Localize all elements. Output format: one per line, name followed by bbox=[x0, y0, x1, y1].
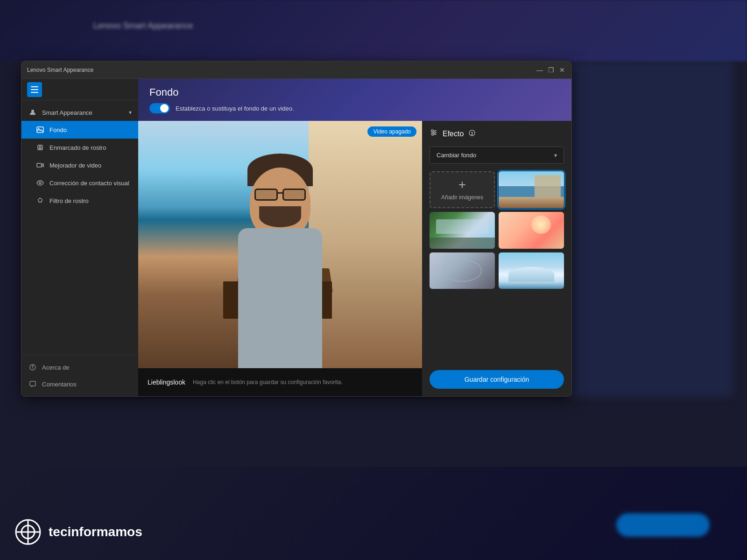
sidebar: Smart Appearance ▾ Fondo bbox=[21, 79, 138, 396]
video-hint: Haga clic en el botón para guardar su co… bbox=[193, 379, 343, 385]
brand-area: tecinformamos bbox=[14, 518, 142, 546]
acerca-label: Acerca de bbox=[42, 364, 70, 371]
window-body: Smart Appearance ▾ Fondo bbox=[21, 79, 571, 396]
sidebar-item-smart-appearance[interactable]: Smart Appearance ▾ bbox=[21, 104, 138, 121]
beard bbox=[259, 206, 301, 227]
video-name: Lieblingslook bbox=[148, 378, 185, 386]
save-config-button[interactable]: Guardar configuración bbox=[430, 370, 564, 389]
brand-logo bbox=[14, 518, 42, 546]
minimize-button[interactable]: — bbox=[536, 66, 543, 74]
background-toggle[interactable] bbox=[149, 103, 170, 113]
video-container: Video apagado bbox=[138, 121, 422, 368]
svg-point-19 bbox=[472, 134, 473, 135]
top-blurred-text: Lenovo Smart Appearance bbox=[93, 21, 193, 31]
background-thumb-tech[interactable] bbox=[430, 252, 495, 289]
eye-icon bbox=[35, 178, 45, 188]
effect-title: Efecto bbox=[443, 130, 464, 138]
comment-icon bbox=[28, 379, 37, 389]
glasses-left bbox=[254, 189, 278, 201]
kitchen-preview bbox=[499, 171, 564, 208]
sidebar-item-mejorador[interactable]: Mejorador de video bbox=[21, 156, 138, 174]
window-title: Lenovo Smart Appearance bbox=[27, 67, 536, 73]
glasses-right bbox=[282, 189, 306, 201]
svg-point-15 bbox=[431, 130, 433, 132]
sidebar-item-comentarios[interactable]: Comentarios bbox=[21, 376, 138, 392]
person-head bbox=[250, 168, 310, 238]
right-panel: Efecto Cambiar fondo ▾ bbox=[422, 121, 571, 396]
page-title: Fondo bbox=[149, 86, 560, 98]
main-content: Fondo Establezca o sustituya el fondo de… bbox=[138, 79, 571, 396]
svg-point-7 bbox=[38, 198, 42, 202]
svg-point-6 bbox=[39, 182, 41, 184]
smart-appearance-label: Smart Appearance bbox=[42, 109, 129, 116]
hamburger-icon bbox=[31, 86, 38, 93]
glasses bbox=[252, 189, 308, 203]
svg-point-4 bbox=[39, 146, 41, 148]
sidebar-footer: Acerca de Comentarios bbox=[21, 355, 138, 396]
video-enhance-icon bbox=[35, 161, 45, 170]
sidebar-item-correccion[interactable]: Corrección de contacto visual bbox=[21, 174, 138, 192]
main-window: Lenovo Smart Appearance — ❐ ✕ bbox=[21, 61, 572, 397]
chevron-icon: ▾ bbox=[129, 109, 132, 116]
filtro-label: Filtro de rostro bbox=[49, 197, 89, 204]
video-footer: Lieblingslook Haga clic en el botón para… bbox=[138, 368, 422, 396]
background-thumb-mountain[interactable] bbox=[499, 252, 564, 289]
bottom-right-blur bbox=[616, 513, 710, 537]
title-bar: Lenovo Smart Appearance — ❐ ✕ bbox=[21, 61, 571, 79]
sidebar-nav: Smart Appearance ▾ Fondo bbox=[21, 100, 138, 355]
background-thumb-kitchen[interactable] bbox=[499, 171, 564, 208]
image-icon bbox=[35, 125, 45, 134]
filter-icon bbox=[35, 196, 45, 205]
svg-rect-5 bbox=[37, 163, 42, 167]
fondo-label: Fondo bbox=[49, 126, 67, 133]
sidebar-item-acerca[interactable]: Acerca de bbox=[21, 359, 138, 376]
toggle-thumb bbox=[160, 104, 169, 112]
person-body bbox=[238, 228, 322, 368]
background-thumb-office[interactable] bbox=[430, 212, 495, 249]
content-header: Fondo Establezca o sustituya el fondo de… bbox=[138, 79, 571, 121]
toggle-row: Establezca o sustituya el fondo de un vi… bbox=[149, 103, 560, 113]
face-frame-icon bbox=[35, 143, 45, 152]
sidebar-header bbox=[21, 79, 138, 100]
background-thumb-fantasy[interactable] bbox=[499, 212, 564, 249]
video-off-badge: Video apagado bbox=[367, 126, 416, 137]
svg-point-10 bbox=[32, 365, 33, 366]
mejorador-label: Mejorador de video bbox=[49, 162, 101, 169]
svg-point-17 bbox=[432, 133, 434, 135]
right-blur-decoration bbox=[570, 61, 733, 397]
toggle-label: Establezca o sustituya el fondo de un vi… bbox=[176, 105, 294, 112]
add-images-button[interactable]: + Añadir imágenes bbox=[430, 171, 495, 208]
sidebar-item-enmarcado[interactable]: Enmarcado de rostro bbox=[21, 139, 138, 156]
svg-point-16 bbox=[434, 132, 436, 133]
maximize-button[interactable]: ❐ bbox=[547, 66, 555, 74]
svg-rect-11 bbox=[30, 381, 35, 386]
video-preview bbox=[138, 121, 422, 368]
info-icon bbox=[28, 363, 37, 372]
effect-header: Efecto bbox=[430, 128, 564, 139]
person-icon bbox=[28, 108, 37, 117]
change-background-dropdown[interactable]: Cambiar fondo ▾ bbox=[430, 147, 564, 164]
enmarcado-label: Enmarcado de rostro bbox=[49, 144, 106, 151]
content-body: Video apagado bbox=[138, 121, 571, 396]
sliders-icon bbox=[430, 128, 438, 139]
plus-icon: + bbox=[458, 178, 466, 191]
dropdown-label: Cambiar fondo bbox=[437, 152, 476, 159]
correccion-label: Corrección de contacto visual bbox=[49, 180, 129, 187]
video-area: Video apagado bbox=[138, 121, 422, 396]
background-grid: + Añadir imágenes bbox=[430, 171, 564, 289]
effect-info-icon[interactable] bbox=[468, 129, 476, 138]
person-figure bbox=[219, 158, 341, 369]
window-controls: — ❐ ✕ bbox=[536, 66, 566, 74]
menu-button[interactable] bbox=[27, 82, 42, 97]
add-images-label: Añadir imágenes bbox=[441, 194, 483, 201]
close-button[interactable]: ✕ bbox=[558, 66, 566, 74]
sidebar-item-fondo[interactable]: Fondo bbox=[21, 121, 138, 139]
chevron-down-icon: ▾ bbox=[554, 152, 557, 159]
comentarios-label: Comentarios bbox=[42, 381, 77, 388]
sidebar-item-filtro[interactable]: Filtro de rostro bbox=[21, 192, 138, 210]
brand-name: tecinformamos bbox=[49, 525, 142, 539]
